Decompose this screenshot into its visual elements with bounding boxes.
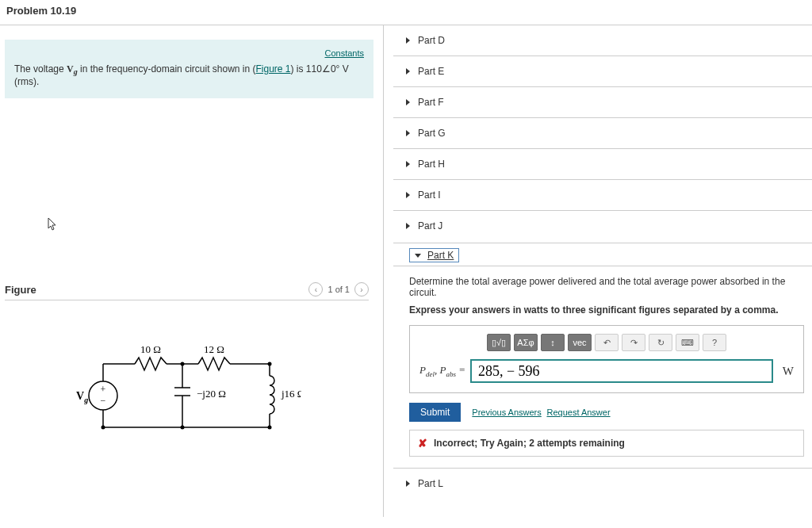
part-e-row[interactable]: Part E (393, 55, 812, 86)
right-column: Part D Part E Part F Part G Part H Part … (384, 25, 812, 517)
cursor-icon (48, 217, 59, 235)
cap-label: −j20 Ω (197, 388, 226, 400)
submit-button[interactable]: Submit (409, 403, 461, 422)
answer-lhs: Pdel, Pabs = (419, 364, 465, 378)
figure-title: Figure (5, 284, 36, 296)
part-f-row[interactable]: Part F (393, 86, 812, 117)
vec-button[interactable]: vec (568, 334, 592, 351)
r1-label: 10 Ω (140, 343, 161, 355)
part-h-row[interactable]: Part H (393, 148, 812, 179)
divider (5, 300, 369, 300)
caret-right-icon (406, 130, 410, 136)
answer-unit: W (783, 365, 794, 378)
keyboard-button[interactable]: ⌨ (676, 334, 699, 351)
caret-right-icon (406, 68, 410, 75)
previous-answers-link[interactable]: Previous Answers (472, 407, 541, 417)
caret-right-icon (406, 99, 410, 105)
figure-link[interactable]: Figure 1 (256, 63, 291, 75)
circuit-diagram: + − 10 Ω 12 Ω −j20 Ω j16 Ω Vg (63, 332, 373, 453)
part-k-header[interactable]: Part K (393, 243, 812, 266)
ind-label: j16 Ω (281, 388, 301, 400)
caret-down-icon (415, 254, 421, 258)
submit-row: Submit Previous Answers Request Answer (409, 403, 804, 422)
part-l-row[interactable]: Part L (393, 468, 812, 499)
problem-title: Problem 10.19 (0, 0, 812, 21)
part-j-row[interactable]: Part J (393, 210, 812, 241)
answer-box: ▯√▯ ΑΣφ ↕ vec ↶ ↷ ↻ ⌨ ? Pdel, Pabs = W (409, 325, 804, 393)
feedback-box: ✘ Incorrect; Try Again; 2 attempts remai… (409, 430, 804, 457)
figure-header: Figure ‹ 1 of 1 › (5, 282, 369, 297)
request-answer-link[interactable]: Request Answer (546, 407, 610, 417)
constants-link[interactable]: Constants (324, 48, 364, 58)
caret-right-icon (406, 223, 410, 229)
part-i-row[interactable]: Part I (393, 179, 812, 210)
help-button[interactable]: ? (703, 334, 726, 351)
source-minus: − (101, 395, 106, 406)
answer-input[interactable] (470, 359, 773, 383)
feedback-text: Incorrect; Try Again; 2 attempts remaini… (434, 438, 625, 449)
figure-prev-button[interactable]: ‹ (308, 282, 323, 297)
problem-statement-box: Constants The voltage Vg in the frequenc… (5, 40, 373, 98)
greek-button[interactable]: ΑΣφ (514, 334, 538, 351)
problem-statement: The voltage Vg in the frequency-domain c… (14, 63, 364, 87)
left-column: Constants The voltage Vg in the frequenc… (0, 25, 384, 517)
figure-next-button[interactable]: › (354, 282, 369, 297)
part-k-prompt: Determine the total average power delive… (409, 276, 804, 298)
r2-label: 12 Ω (204, 343, 224, 355)
undo-button[interactable]: ↶ (595, 334, 619, 351)
source-label: Vg (76, 390, 88, 404)
part-k-body: Determine the total average power delive… (393, 266, 812, 457)
part-k-express: Express your answers in watts to three s… (409, 304, 804, 316)
source-plus: + (101, 384, 106, 395)
part-d-row[interactable]: Part D (393, 25, 812, 55)
redo-button[interactable]: ↷ (622, 334, 645, 351)
input-row: Pdel, Pabs = W (419, 359, 794, 383)
caret-right-icon (406, 480, 410, 487)
figure-pager-text: 1 of 1 (327, 285, 350, 294)
main-container: Constants The voltage Vg in the frequenc… (0, 25, 812, 517)
reset-button[interactable]: ↻ (649, 334, 672, 351)
incorrect-icon: ✘ (418, 437, 427, 450)
caret-right-icon (406, 161, 410, 167)
caret-right-icon (406, 192, 410, 198)
answer-toolbar: ▯√▯ ΑΣφ ↕ vec ↶ ↷ ↻ ⌨ ? (419, 334, 794, 351)
figure-pager: ‹ 1 of 1 › (308, 282, 369, 297)
caret-right-icon (406, 37, 410, 44)
templates-button[interactable]: ▯√▯ (487, 334, 511, 351)
subsup-button[interactable]: ↕ (541, 334, 565, 351)
part-g-row[interactable]: Part G (393, 117, 812, 148)
